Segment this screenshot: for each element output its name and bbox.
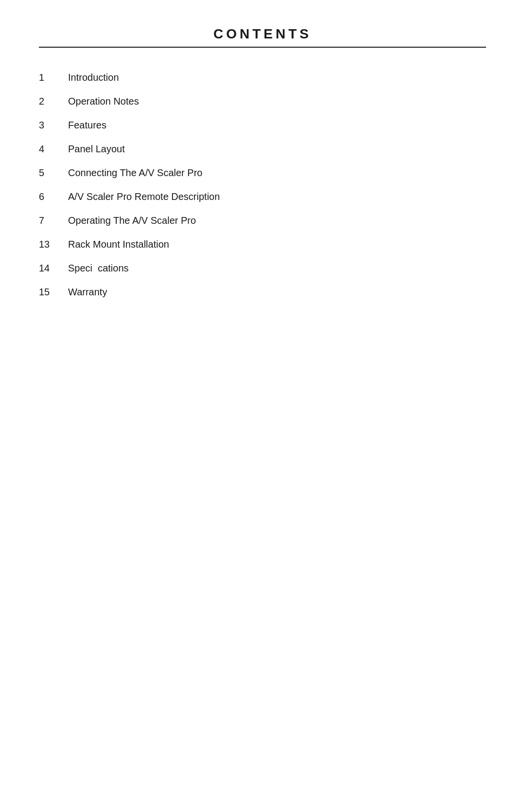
toc-number: 14 — [39, 263, 68, 274]
toc-label: Introduction — [68, 72, 119, 83]
toc-number: 6 — [39, 191, 68, 202]
toc-item: 13Rack Mount Installation — [39, 239, 486, 250]
page: CONTENTS 1Introduction2Operation Notes3F… — [0, 0, 525, 812]
toc-list: 1Introduction2Operation Notes3Features4P… — [39, 72, 486, 298]
toc-number: 5 — [39, 167, 68, 179]
toc-number: 2 — [39, 96, 68, 107]
toc-number: 3 — [39, 120, 68, 131]
toc-item: 7Operating The A/V Scaler Pro — [39, 215, 486, 226]
toc-label: Warranty — [68, 287, 107, 298]
toc-number: 4 — [39, 144, 68, 155]
toc-number: 13 — [39, 239, 68, 250]
toc-item: 6A/V Scaler Pro Remote Description — [39, 191, 486, 202]
toc-item: 2Operation Notes — [39, 96, 486, 107]
page-header: CONTENTS — [39, 26, 486, 42]
toc-label: Speci cations — [68, 263, 129, 274]
toc-item: 3Features — [39, 120, 486, 131]
toc-item: 4Panel Layout — [39, 144, 486, 155]
header-divider — [39, 47, 486, 48]
toc-label: Operating The A/V Scaler Pro — [68, 215, 196, 226]
toc-number: 7 — [39, 215, 68, 226]
toc-item: 14Speci cations — [39, 263, 486, 274]
toc-label: Features — [68, 120, 106, 131]
toc-label: A/V Scaler Pro Remote Description — [68, 191, 220, 202]
toc-label: Connecting The A/V Scaler Pro — [68, 167, 202, 179]
toc-label: Operation Notes — [68, 96, 139, 107]
toc-item: 15Warranty — [39, 287, 486, 298]
toc-number: 15 — [39, 287, 68, 298]
toc-item: 5Connecting The A/V Scaler Pro — [39, 167, 486, 179]
toc-label: Panel Layout — [68, 144, 125, 155]
page-title: CONTENTS — [39, 26, 486, 42]
toc-item: 1Introduction — [39, 72, 486, 83]
toc-label: Rack Mount Installation — [68, 239, 169, 250]
toc-number: 1 — [39, 72, 68, 83]
